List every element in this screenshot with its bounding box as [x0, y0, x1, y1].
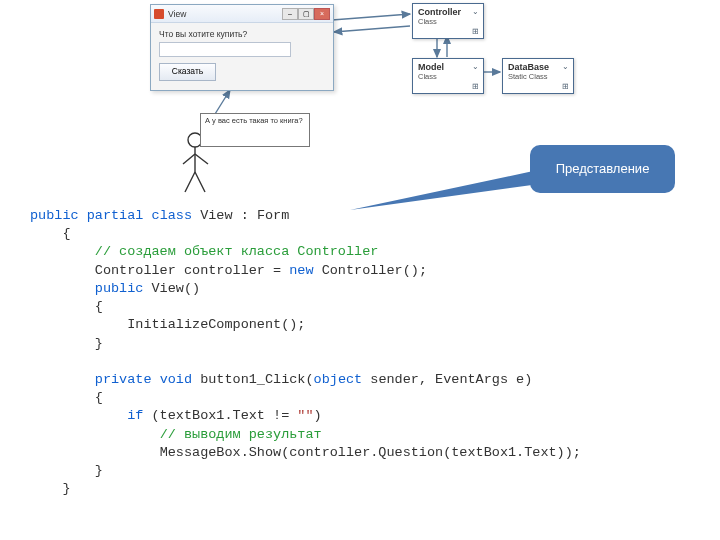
str: ""	[297, 408, 313, 423]
app-icon	[154, 9, 164, 19]
uml-controller-name: Controller	[418, 7, 478, 17]
kw: if	[127, 408, 143, 423]
tok: }	[62, 481, 70, 496]
text-input[interactable]	[159, 42, 291, 57]
tok: MessageBox.Show(controller.Question(text…	[160, 445, 581, 460]
svg-line-9	[195, 154, 208, 164]
window-titlebar: View – ▢ ×	[151, 5, 333, 23]
speech-bubble: А у вас есть такая то книга?	[200, 113, 310, 147]
svg-line-11	[195, 172, 205, 192]
svg-line-8	[183, 154, 195, 164]
class-icon: ⊞	[562, 82, 569, 91]
uml-database-name: DataBase	[508, 62, 568, 72]
tok: Controller();	[314, 263, 427, 278]
tok: button1_Click(	[192, 372, 314, 387]
tok: )	[314, 408, 322, 423]
callout-text: Представление	[556, 162, 650, 177]
comment: // создаем объект класса Controller	[95, 244, 379, 259]
window-title: View	[168, 9, 186, 19]
callout-bubble: Представление	[530, 145, 675, 193]
kw: class	[152, 208, 193, 223]
say-button[interactable]: Сказать	[159, 63, 216, 81]
tok: View	[200, 208, 232, 223]
tok: (textBox1.Text !=	[143, 408, 297, 423]
svg-line-10	[185, 172, 195, 192]
minimize-icon[interactable]: –	[282, 8, 298, 20]
svg-line-1	[334, 26, 410, 32]
tok: : Form	[241, 208, 290, 223]
kw: public	[95, 281, 144, 296]
svg-line-0	[332, 14, 410, 20]
kw: partial	[87, 208, 144, 223]
tok: {	[95, 390, 103, 405]
tok: sender, EventArgs e)	[362, 372, 532, 387]
chevron-icon: ⌄	[562, 62, 569, 71]
uml-model-sub: Class	[418, 72, 478, 81]
kw: object	[314, 372, 363, 387]
code-block: public partial class View : Form { // со…	[30, 207, 581, 499]
tok: }	[95, 463, 103, 478]
uml-database: DataBase Static Class ⌄ ⊞	[502, 58, 574, 94]
uml-model: Model Class ⌄ ⊞	[412, 58, 484, 94]
tok: View()	[143, 281, 200, 296]
kw: new	[289, 263, 313, 278]
prompt-label: Что вы хотите купить?	[159, 29, 325, 39]
uml-database-sub: Static Class	[508, 72, 568, 81]
tok: InitializeComponent();	[127, 317, 305, 332]
close-icon[interactable]: ×	[314, 8, 330, 20]
tok: Controller controller =	[95, 263, 289, 278]
tok: }	[95, 336, 103, 351]
tok: {	[62, 226, 70, 241]
class-icon: ⊞	[472, 27, 479, 36]
window-body: Что вы хотите купить? Сказать	[151, 23, 333, 87]
view-window: View – ▢ × Что вы хотите купить? Сказать	[150, 4, 334, 91]
uml-model-name: Model	[418, 62, 478, 72]
chevron-icon: ⌄	[472, 62, 479, 71]
chevron-icon: ⌄	[472, 7, 479, 16]
maximize-icon[interactable]: ▢	[298, 8, 314, 20]
uml-controller-sub: Class	[418, 17, 478, 26]
kw: void	[160, 372, 192, 387]
class-icon: ⊞	[472, 82, 479, 91]
uml-controller: Controller Class ⌄ ⊞	[412, 3, 484, 39]
tok: {	[95, 299, 103, 314]
comment: // выводим результат	[160, 427, 322, 442]
kw: public	[30, 208, 79, 223]
kw: private	[95, 372, 152, 387]
